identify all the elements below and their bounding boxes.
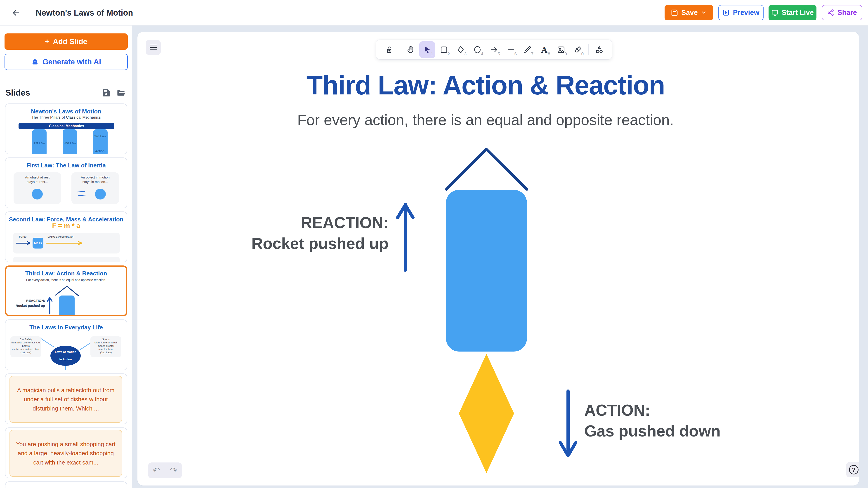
reaction-label-line2[interactable]: Rocket pushed up (251, 236, 389, 252)
thumb3-formula: F = m * a (5, 222, 127, 230)
undo-redo-group: ↶ ↷ (148, 462, 182, 478)
ai-robot-icon (31, 58, 39, 66)
floppy-icon (671, 9, 678, 16)
slide-thumbnail-2[interactable]: First Law: The Law of Inertia An object … (5, 158, 127, 208)
start-live-button[interactable]: Start Live (769, 5, 816, 20)
thumb7-quiz-text: You are pushing a small shopping cart an… (15, 440, 117, 467)
thumb2-ball-at-rest (32, 189, 43, 199)
flame-diamond (459, 354, 514, 473)
slides-heading: Slides (5, 88, 30, 97)
drawing-toolbar: 1 2 3 4 5 6 7 (376, 40, 612, 59)
start-live-label: Start Live (782, 8, 813, 17)
ellipse-tool[interactable]: 4 (469, 41, 485, 58)
thumb2-title: First Law: The Law of Inertia (5, 162, 127, 169)
reaction-label-line1[interactable]: REACTION: (301, 215, 389, 231)
app-root: Newton's Laws of Motion Save Preview Sta… (0, 0, 868, 488)
action-down-arrow (560, 391, 576, 456)
add-slide-label: Add Slide (53, 37, 87, 46)
slide-thumbnail-1[interactable]: Newton's Laws of Motion The Three Pillar… (5, 103, 127, 154)
slide-subtitle[interactable]: For every action, there is an equal and … (137, 111, 834, 129)
draw-tool[interactable]: 7 (520, 41, 535, 58)
canvas-menu-button[interactable] (146, 40, 161, 55)
image-tool[interactable]: 9 (553, 41, 569, 58)
thumb3-force-arrow (16, 241, 32, 246)
thumb5-center-ellipse: Laws of Motion in Action (51, 346, 81, 366)
share-button[interactable]: Share (822, 5, 862, 20)
slide-title[interactable]: Third Law: Action & Reaction (137, 70, 834, 101)
more-shapes-tool[interactable] (591, 41, 607, 58)
back-arrow-icon[interactable] (11, 8, 21, 18)
share-label: Share (837, 8, 857, 17)
thumb5-sports-card: Sports More force on a ball means greate… (90, 336, 121, 357)
thumb4-rocket-body (59, 295, 74, 316)
slide-thumbnail-3[interactable]: Second Law: Force, Mass & Acceleration F… (5, 212, 127, 262)
share-nodes-icon (827, 9, 834, 16)
thumb1-title: Newton's Laws of Motion (5, 108, 127, 115)
slide-thumbnail-7[interactable]: You are pushing a small shopping cart an… (5, 427, 127, 478)
rocket-nose-cone (446, 149, 527, 189)
add-slide-button[interactable]: + Add Slide (4, 33, 128, 50)
editor-canvas[interactable]: 1 2 3 4 5 6 7 (137, 32, 859, 486)
generate-with-ai-button[interactable]: Generate with AI (4, 54, 128, 70)
chevron-down-icon (701, 10, 707, 15)
thumb3-partial-panel (13, 257, 120, 262)
thumb3-diagram-panel: Force Mass LARGE Acceleration (13, 233, 120, 254)
help-button[interactable]: ? (846, 462, 859, 477)
rocket-body-shape[interactable] (446, 190, 527, 352)
thumb2-rest-card: An object at rest stays at rest... (13, 172, 61, 204)
preview-button[interactable]: Preview (718, 5, 764, 20)
thumb1-pillar-2: 2nd Law (63, 129, 77, 154)
reaction-up-arrow (398, 204, 413, 270)
hand-tool[interactable] (403, 41, 418, 58)
monitor-icon (771, 9, 778, 16)
action-label-line1[interactable]: ACTION: (584, 402, 650, 418)
thumb1-pillar-1: 1st Law (32, 129, 46, 154)
thumb1-subtitle: The Three Pillars of Classical Mechanics (5, 115, 127, 120)
thumb5-car-safety-card: Car Safety Seatbelts counteract your bod… (10, 336, 41, 357)
save-button[interactable]: Save (664, 5, 713, 20)
toolbar-divider (588, 44, 589, 55)
save-deck-icon[interactable] (101, 88, 111, 98)
generate-ai-label: Generate with AI (42, 58, 101, 66)
undo-button[interactable]: ↶ (148, 462, 165, 478)
thumb2-motion-line (77, 191, 85, 193)
rectangle-tool[interactable]: 2 (436, 41, 452, 58)
save-label: Save (681, 8, 698, 17)
arrow-tool[interactable]: 5 (486, 41, 502, 58)
slides-header-row: Slides (5, 87, 127, 98)
lock-tool[interactable] (381, 41, 397, 58)
redo-button[interactable]: ↷ (165, 462, 182, 478)
thumb4-reaction-line2: Rocket pushed up (6, 304, 45, 307)
thumb3-acceleration-arrow (46, 241, 85, 246)
sidebar: + Add Slide Generate with AI Slides Newt… (0, 26, 132, 488)
play-square-icon (722, 9, 730, 16)
document-title: Newton's Laws of Motion (36, 0, 133, 26)
action-label-line2[interactable]: Gas pushed down (584, 423, 721, 439)
thumb4-title: Third Law: Action & Reaction (6, 270, 126, 277)
slide-thumbnail-5[interactable]: The Laws in Everyday Life Car Safety Sea… (5, 320, 127, 370)
thumb6-quiz-text: A magician pulls a tablecloth out from u… (15, 386, 117, 413)
selection-tool[interactable]: 1 (419, 41, 435, 58)
undo-icon: ↶ (153, 465, 160, 475)
line-tool[interactable]: 6 (503, 41, 519, 58)
thumb4-subtitle: For every action, there is an equal and … (6, 278, 126, 282)
plus-icon: + (45, 37, 49, 46)
thumb4-nose-cone (55, 285, 79, 296)
slide-thumbnail-4-selected[interactable]: Third Law: Action & Reaction For every a… (5, 265, 127, 316)
thumb2-motion-line (78, 195, 86, 196)
thumb1-classical-mechanics-bar: Classical Mechanics (19, 123, 114, 129)
text-tool[interactable]: A 8 (536, 41, 552, 58)
open-folder-icon[interactable] (116, 88, 126, 98)
thumb3-mass-box: Mass (33, 238, 43, 249)
slide-thumbnail-8-partial[interactable] (5, 482, 127, 488)
thumb6-quiz-panel: A magician pulls a tablecloth out from u… (9, 376, 122, 423)
eraser-tool[interactable]: 0 (570, 41, 586, 58)
slide-thumbnail-6[interactable]: A magician pulls a tablecloth out from u… (5, 373, 127, 424)
redo-icon: ↷ (170, 465, 177, 475)
diamond-tool[interactable]: 3 (453, 41, 469, 58)
thumb2-motion-card: An object in motion stays in motion... (71, 172, 119, 204)
thumb1-pillar-3: 3rd Law Action- (93, 129, 107, 154)
toolbar-divider (400, 44, 400, 55)
preview-label: Preview (733, 8, 759, 17)
top-bar: Newton's Laws of Motion Save Preview Sta… (0, 0, 868, 26)
